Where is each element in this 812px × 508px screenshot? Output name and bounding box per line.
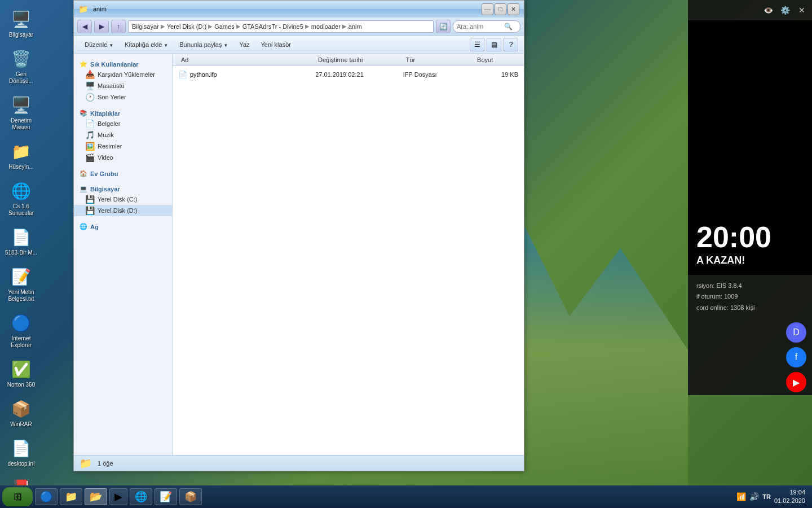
- path-part-modloader[interactable]: modloader: [311, 23, 341, 30]
- sidebar-item-muzik[interactable]: 🎵 Müzik: [74, 129, 172, 141]
- tray-clock[interactable]: 19:04 01.02.2020: [774, 488, 805, 506]
- python-ifp-name: python.ifp: [190, 71, 217, 78]
- tray-network-icon[interactable]: 📶: [736, 492, 746, 501]
- panel-eye-icon[interactable]: 👁️: [762, 5, 774, 16]
- search-icon: 🔍: [504, 23, 513, 30]
- tray-language[interactable]: TR: [762, 493, 771, 500]
- disk-d-icon: 💾: [85, 206, 95, 215]
- resimler-icon: 🖼️: [85, 142, 95, 151]
- minimize-button[interactable]: —: [482, 3, 493, 15]
- status-folder-icon: 📁: [80, 457, 92, 470]
- sidebar-item-yerel-disk-d[interactable]: 💾 Yerel Disk (D:): [74, 205, 172, 216]
- taskbar-folder-active-button[interactable]: 📂: [85, 488, 107, 505]
- right-panel: 👁️ ⚙️ ✕ 20:00 A KAZAN! rsiyon: EIS 3.8.4…: [688, 0, 812, 395]
- path-part-games[interactable]: Games: [214, 23, 234, 30]
- forward-button[interactable]: ▶: [94, 20, 109, 33]
- column-header-size[interactable]: Boyut: [474, 55, 518, 64]
- column-header-type[interactable]: Tür: [403, 55, 474, 64]
- home-icon: 🏠: [80, 170, 87, 177]
- taskbar-media-button[interactable]: ▶: [109, 488, 127, 505]
- sidebar-header-kitapliklar[interactable]: 📚 Kitaplıklar: [74, 107, 172, 118]
- panel-cta: A KAZAN!: [696, 255, 804, 266]
- desktop-icon-winrar[interactable]: 📦 WinRAR: [2, 395, 41, 430]
- refresh-button[interactable]: 🔄: [436, 20, 451, 33]
- path-sep-5: ▶: [342, 23, 347, 29]
- tray-sound-icon[interactable]: 🔊: [749, 492, 759, 501]
- duzenle-arrow: [109, 41, 113, 48]
- sidebar-header-ev-grubu[interactable]: 🏠 Ev Grubu: [74, 168, 172, 178]
- help-button[interactable]: ?: [504, 38, 518, 51]
- toolbar-right: ☰ ▤ ?: [470, 38, 518, 51]
- preview-pane-button[interactable]: ▤: [487, 38, 501, 51]
- video-icon: 🎬: [85, 153, 95, 162]
- paylas-button[interactable]: Bununla paylaş: [174, 37, 233, 52]
- karsidan-label: Karşıdan Yüklemeler: [98, 71, 155, 78]
- close-button[interactable]: ✕: [508, 3, 519, 15]
- sidebar-section-sik-kullanilanlar: ⭐ sik-kullanilanlar Sık Kullanılanlar 📥 …: [74, 58, 172, 103]
- path-part-yerel-disk[interactable]: Yerel Disk (D:): [167, 23, 207, 30]
- desktop-icon-bilgisayar[interactable]: 🖥️ Bilgisayar: [2, 6, 41, 41]
- desktop-icon-5183[interactable]: 📄 5183-Bir M...: [2, 224, 41, 259]
- path-part-gtasa[interactable]: GTASAdrsTr - Divine5: [242, 23, 303, 30]
- sidebar-item-karsidan-yuklemeler[interactable]: 📥 Karşıdan Yüklemeler: [74, 69, 172, 80]
- kitapliga-ekle-button[interactable]: Kitaplığa ekle: [120, 37, 173, 52]
- sidebar-item-belgeler[interactable]: 📄 Belgeler: [74, 118, 172, 129]
- taskbar-explorer-button[interactable]: 📁: [60, 488, 82, 505]
- bilgisayar-icon: 🖥️: [10, 8, 33, 30]
- paylas-arrow: [223, 41, 228, 48]
- desktop-icon-geri-donusu[interactable]: 🗑️ Geri Dönüşü...: [2, 45, 41, 87]
- sidebar-item-resimler[interactable]: 🖼️ Resimler: [74, 141, 172, 152]
- sidebar-section-bilgisayar: 💻 Bilgisayar 💾 Yerel Disk (C:) 💾 Yerel D…: [74, 183, 172, 216]
- yeni-klasor-button[interactable]: Yeni klasör: [256, 37, 296, 52]
- sidebar-header-sik-kullanilanlar[interactable]: ⭐ sik-kullanilanlar Sık Kullanılanlar: [74, 58, 172, 69]
- desktop-icon-cs16[interactable]: 🌐 Cs 1.6 Sunucular: [2, 177, 41, 219]
- sidebar-item-masaustu[interactable]: 🖥️ Masaüstü: [74, 80, 172, 91]
- search-input[interactable]: [457, 23, 502, 30]
- path-sep-2: ▶: [208, 23, 213, 29]
- discord-button[interactable]: D: [786, 322, 806, 343]
- toolbar: Düzenle Kitaplığa ekle Bununla paylaş Ya…: [74, 36, 524, 54]
- path-part-anim[interactable]: anim: [348, 23, 362, 30]
- up-button[interactable]: ↑: [111, 20, 126, 33]
- desktop: 🖥️ Bilgisayar 🗑️ Geri Dönüşü... 🖥️ Denet…: [0, 0, 812, 508]
- back-button[interactable]: ◀: [77, 20, 92, 33]
- yaz-button[interactable]: Yaz: [234, 37, 254, 52]
- desktop-icon-area: 🖥️ Bilgisayar 🗑️ Geri Dönüşü... 🖥️ Denet…: [0, 0, 42, 508]
- desktop-icon-denetim[interactable]: 🖥️ Denetim Masası: [2, 91, 41, 133]
- panel-info: rsiyon: EIS 3.8.4 if oturum: 1009 cord o…: [688, 275, 812, 319]
- address-path[interactable]: Bilgisayar ▶ Yerel Disk (D:) ▶ Games ▶ G…: [128, 20, 434, 33]
- 5183-icon: 📄: [10, 226, 33, 248]
- view-options-button[interactable]: ☰: [470, 38, 484, 51]
- desktop-icon-yeni-metin[interactable]: 📝 Yeni Metin Belgesi.txt: [2, 263, 41, 305]
- taskbar-chrome-button[interactable]: 🌐: [130, 488, 152, 505]
- column-header-date[interactable]: Değiştirme tarihi: [315, 55, 403, 64]
- taskbar-rar-button[interactable]: 📦: [179, 488, 202, 505]
- facebook-button[interactable]: f: [786, 347, 806, 367]
- sidebar-header-ag[interactable]: 🌐 Ağ: [74, 221, 172, 231]
- file-area: Ad Değiştirme tarihi Tür Boyut: [173, 54, 524, 455]
- windows-logo-icon: ⊞: [14, 491, 22, 503]
- duzenle-button[interactable]: Düzenle: [80, 37, 118, 52]
- desktop-icon-huseyinsunucu[interactable]: 📁 Hüseyin...: [2, 138, 41, 173]
- sidebar-item-yerel-disk-c[interactable]: 💾 Yerel Disk (C:): [74, 194, 172, 205]
- desktop-icon-desktop-ini-1[interactable]: 📄 desktop.ini: [2, 435, 41, 470]
- taskbar-word-button[interactable]: 📝: [155, 488, 177, 505]
- start-button[interactable]: ⊞: [2, 487, 33, 506]
- sidebar-item-son-yerler[interactable]: 🕐 Son Yerler: [74, 91, 172, 103]
- desktop-icon-ie[interactable]: 🔵 Internet Explorer: [2, 309, 41, 351]
- bilgisayar-label: Bilgisayar: [9, 32, 33, 38]
- panel-close-icon[interactable]: ✕: [796, 5, 807, 16]
- youtube-button[interactable]: ▶: [786, 372, 806, 392]
- network-icon: 🌐: [80, 223, 87, 230]
- panel-settings-icon[interactable]: ⚙️: [779, 5, 791, 16]
- column-header-ad[interactable]: Ad: [178, 55, 315, 64]
- desktop-icon-norton[interactable]: ✅ Norton 360: [2, 356, 41, 391]
- sidebar-header-bilgisayar[interactable]: 💻 Bilgisayar: [74, 183, 172, 194]
- star-icon: ⭐: [80, 60, 87, 68]
- path-part-bilgisayar[interactable]: Bilgisayar: [132, 23, 159, 30]
- duzenle-label: Düzenle: [85, 41, 107, 48]
- sidebar-item-video[interactable]: 🎬 Video: [74, 152, 172, 163]
- maximize-button[interactable]: □: [495, 3, 506, 15]
- file-row-python-ifp[interactable]: 📄 python.ifp 27.01.2019 02:21 IFP Dosyas…: [173, 68, 524, 81]
- taskbar-ie-button[interactable]: 🔵: [35, 488, 58, 505]
